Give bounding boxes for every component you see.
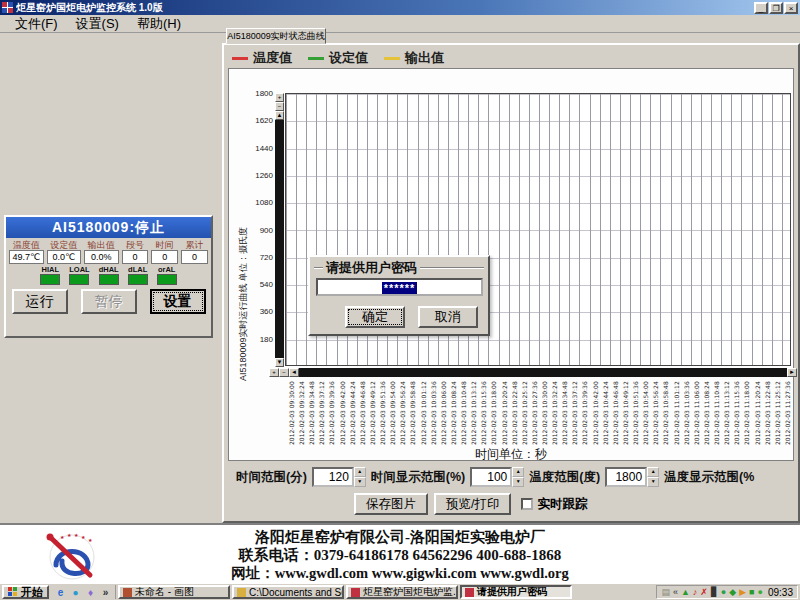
y-tick-label: 360 [243, 307, 273, 316]
zoom-in-icon[interactable]: + [269, 368, 279, 377]
y-tick-label: 1080 [243, 198, 273, 207]
spinner-down-icon[interactable]: ▼ [512, 477, 524, 487]
spinner-down-icon[interactable]: ▼ [647, 477, 659, 487]
scroll-down-icon[interactable]: ▼ [275, 358, 284, 367]
password-input[interactable]: ****** [316, 278, 483, 296]
instrument-buttons: 运行暂停设置 [6, 289, 211, 314]
chevron-right-icon[interactable]: » [99, 587, 112, 598]
x-tick-label: 2012-02-03 10:56:24 [652, 381, 659, 445]
horizontal-scroll-thumb[interactable] [299, 368, 787, 377]
legend-item-3: 输出值 [384, 49, 444, 67]
preview-print-button[interactable]: 预览/打印 [434, 493, 511, 515]
x-tick-label: 2012-02-03 10:37:12 [571, 381, 578, 445]
legend-color-dash [232, 57, 248, 60]
spinner-up-icon[interactable]: ▲ [647, 467, 659, 477]
windows-flag-icon [8, 587, 18, 597]
safely-remove-icon[interactable]: ▤ [661, 587, 670, 597]
menu-help[interactable]: 帮助(H) [128, 15, 190, 33]
zoom-out-icon[interactable]: − [279, 368, 289, 377]
scroll-left-icon[interactable]: ◄ [289, 368, 299, 377]
volume-muted-icon[interactable]: ♪ [693, 587, 698, 597]
ie-icon[interactable]: e [54, 587, 67, 598]
media-tray-icon[interactable]: ▶ [739, 587, 746, 597]
legend-series-name: 输出值 [405, 49, 444, 67]
chevron-left-icon[interactable]: « [673, 587, 678, 597]
spinner-up-icon[interactable]: ▲ [354, 467, 366, 477]
tab-realtime-curve[interactable]: AI5180009实时状态曲线 [226, 28, 326, 44]
mail-tray-icon[interactable]: ■ [749, 587, 754, 597]
x-tick-label: 2012-02-03 09:49:12 [369, 381, 376, 445]
realtime-track-checkbox-group[interactable]: 实时跟踪 [521, 496, 587, 513]
company-footer: ★★★★★ 洛阳炬星窑炉有限公司-洛阳国炬实验电炉厂 联系电话：0379-641… [0, 523, 800, 583]
menu-settings[interactable]: 设置(S) [67, 15, 128, 33]
app-icon [465, 588, 474, 597]
time-display-range-spinner[interactable]: 100▲▼ [470, 467, 524, 487]
y-tick-label: 1260 [243, 171, 273, 180]
scroll-right-icon[interactable]: ► [787, 368, 797, 377]
x-tick-label: 2012-02-03 09:34:48 [308, 381, 315, 445]
run-button[interactable]: 运行 [12, 289, 68, 314]
spinner-value[interactable]: 100 [470, 467, 512, 487]
x-tick-label: 2012-02-03 11:15:36 [733, 381, 740, 445]
indicator-HIAL: HIAL [40, 266, 60, 285]
field-value: 0.0% [84, 250, 119, 264]
task-label: 炬星窑炉国炬电炉监... [363, 585, 458, 599]
temp-range-spinner-label: 温度范围(度) [529, 469, 600, 486]
x-tick-label: 2012-02-03 10:25:12 [521, 381, 528, 445]
minimize-button[interactable]: _ [754, 2, 768, 14]
task-monitor-app[interactable]: 炬星窑炉国炬电炉监... [346, 585, 458, 599]
x-tick-label: 2012-02-03 11:27:36 [784, 381, 791, 445]
messenger-icon[interactable]: ♦ [84, 587, 97, 598]
spinner-up-icon[interactable]: ▲ [512, 467, 524, 477]
task-buttons: 未命名 - 画图C:\Documents and Se...炬星窑炉国炬电炉监.… [118, 585, 572, 599]
x-tick-label: 2012-02-03 11:18:00 [743, 381, 750, 445]
vertical-scroll-thumb[interactable] [275, 120, 284, 358]
x-axis-title: 时间单位：秒 [229, 446, 793, 463]
vertical-zoom-scrollbar[interactable]: +−▲▼ [275, 93, 284, 367]
indicator-dHAL: dHAL [99, 266, 119, 285]
device-error-icon[interactable]: ✗ [700, 587, 708, 597]
antivirus-icon[interactable]: ● [721, 587, 726, 597]
media-player-icon[interactable]: ● [69, 587, 82, 598]
close-button[interactable]: × [784, 2, 798, 14]
network-activity-icon[interactable]: ▲ [681, 587, 690, 597]
spinner-value[interactable]: 120 [312, 467, 354, 487]
save-image-button[interactable]: 保存图片 [354, 493, 428, 515]
realtime-track-checkbox[interactable] [521, 498, 533, 510]
horizontal-zoom-scrollbar[interactable]: +−◄► [269, 368, 797, 377]
window-title: 炬星窑炉国炬电炉监控系统 1.0版 [16, 1, 753, 15]
instrument-status-title: AI5180009:停止 [6, 217, 211, 238]
zoom-out-icon[interactable]: − [275, 102, 284, 111]
task-explorer[interactable]: C:\Documents and Se... [232, 585, 344, 599]
x-tick-label: 2012-02-03 11:22:48 [764, 381, 771, 445]
x-tick-label: 2012-02-03 09:42:00 [339, 381, 346, 445]
x-tick-label: 2012-02-03 10:22:48 [511, 381, 518, 445]
x-tick-label: 2012-02-03 09:51:36 [379, 381, 386, 445]
taskbar-clock: 09:33 [766, 587, 793, 598]
indicator-orAL: orAL [157, 266, 177, 285]
task-paint[interactable]: 未命名 - 画图 [118, 585, 230, 599]
signal-strength-icon[interactable]: ▊ [711, 587, 718, 597]
temp-range-spinner[interactable]: 1800▲▼ [605, 467, 659, 487]
spinner-value[interactable]: 1800 [605, 467, 647, 487]
ok-button[interactable]: 确定 [345, 306, 405, 328]
y-tick-label: 1800 [243, 89, 273, 98]
cancel-button[interactable]: 取消 [418, 306, 478, 328]
task-password-dialog[interactable]: 请提供用户密码 [460, 585, 572, 599]
menu-file[interactable]: 文件(F) [6, 15, 67, 33]
field-4: 段号0 [122, 240, 149, 264]
setup-button[interactable]: 设置 [150, 289, 206, 314]
update-icon[interactable]: ● [758, 587, 763, 597]
scroll-up-icon[interactable]: ▲ [275, 111, 284, 120]
restore-button[interactable]: ❐ [769, 2, 783, 14]
app-icon [351, 588, 360, 597]
start-button[interactable]: 开始 [2, 585, 49, 599]
time-range-spinner[interactable]: 120▲▼ [312, 467, 366, 487]
y-tick-label: 540 [243, 280, 273, 289]
zoom-in-icon[interactable]: + [275, 93, 284, 102]
shield-icon[interactable]: ◆ [729, 587, 736, 597]
x-tick-label: 2012-02-03 11:20:24 [754, 381, 761, 445]
legend-color-dash [308, 57, 324, 60]
spinner-down-icon[interactable]: ▼ [354, 477, 366, 487]
field-value: 49.7℃ [9, 250, 44, 264]
